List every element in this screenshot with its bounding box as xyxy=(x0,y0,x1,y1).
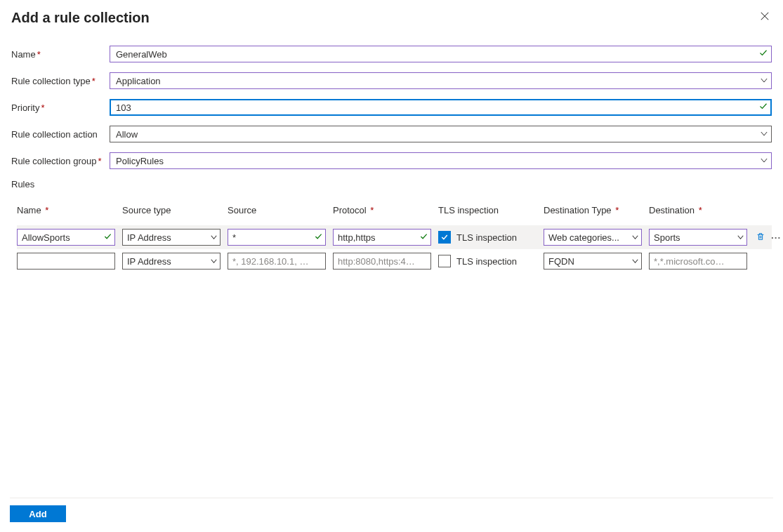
col-header-dest: Destination * xyxy=(649,205,747,215)
tls-inspection-label: TLS inspection xyxy=(456,256,517,267)
trash-icon xyxy=(756,233,765,244)
close-icon xyxy=(760,10,770,24)
tls-inspection-checkbox[interactable] xyxy=(438,231,451,244)
add-button[interactable]: Add xyxy=(10,505,66,522)
more-actions-button[interactable]: ··· xyxy=(770,231,782,244)
tls-inspection-checkbox[interactable] xyxy=(438,255,451,267)
rule-source-type-select[interactable] xyxy=(122,229,221,246)
rule-collection-action-select[interactable] xyxy=(110,126,772,142)
ellipsis-icon: ··· xyxy=(771,232,781,243)
rule-collection-type-select[interactable] xyxy=(110,72,772,89)
rule-destination-select[interactable] xyxy=(649,229,747,246)
rule-name-input[interactable] xyxy=(17,229,115,246)
name-input[interactable] xyxy=(110,46,772,62)
tls-inspection-label: TLS inspection xyxy=(456,232,517,243)
rule-dest-type-select[interactable] xyxy=(544,253,642,270)
rule-row: TLS inspection ··· xyxy=(17,225,772,249)
col-header-source-type: Source type xyxy=(122,205,221,215)
rule-destination-input[interactable] xyxy=(649,253,747,270)
close-button[interactable] xyxy=(758,10,772,24)
col-header-protocol: Protocol * xyxy=(333,205,431,215)
col-header-source: Source xyxy=(228,205,326,215)
page-title: Add a rule collection xyxy=(11,10,150,26)
rule-row-empty: TLS inspection xyxy=(17,249,772,273)
name-label: Name* xyxy=(11,49,110,60)
rule-collection-type-label: Rule collection type* xyxy=(11,76,110,86)
rule-collection-action-label: Rule collection action xyxy=(11,129,110,140)
priority-input[interactable] xyxy=(110,99,772,116)
rules-header-row: Name * Source type Source Protocol * TLS… xyxy=(17,205,772,215)
rule-source-type-select[interactable] xyxy=(122,253,221,270)
rule-source-input[interactable] xyxy=(228,253,326,270)
col-header-name: Name * xyxy=(17,205,115,215)
rule-protocol-input[interactable] xyxy=(333,229,431,246)
rules-section-label: Rules xyxy=(11,179,772,189)
priority-label: Priority* xyxy=(11,102,110,113)
rule-collection-group-label: Rule collection group* xyxy=(11,156,110,166)
delete-rule-button[interactable] xyxy=(754,230,767,245)
rule-dest-type-select[interactable] xyxy=(544,229,642,246)
rule-protocol-input[interactable] xyxy=(333,253,431,270)
rule-collection-group-select[interactable] xyxy=(110,152,772,169)
col-header-tls: TLS inspection xyxy=(438,205,537,215)
rule-name-input[interactable] xyxy=(17,253,115,270)
rule-source-input[interactable] xyxy=(228,229,326,246)
col-header-dest-type: Destination Type * xyxy=(544,205,642,215)
